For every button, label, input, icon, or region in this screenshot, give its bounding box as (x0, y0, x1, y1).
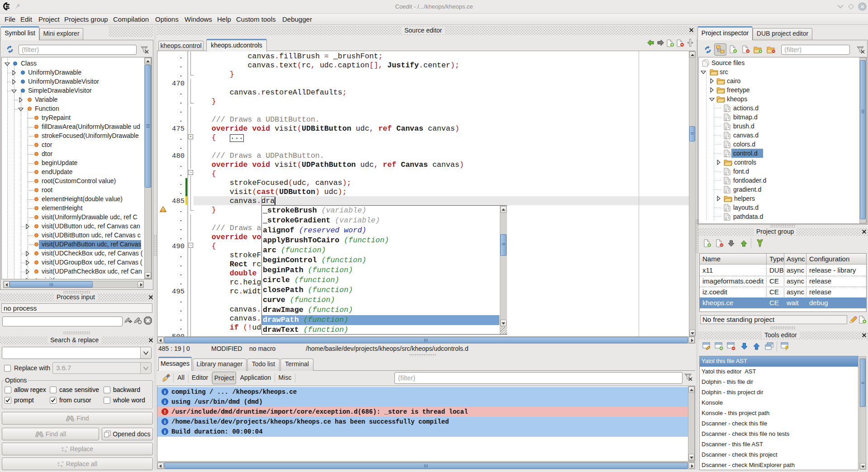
svg-text:b: b (65, 449, 67, 453)
svg-text:a: a (57, 461, 60, 465)
svg-text:a: a (62, 446, 64, 450)
svg-text:b: b (61, 464, 63, 467)
